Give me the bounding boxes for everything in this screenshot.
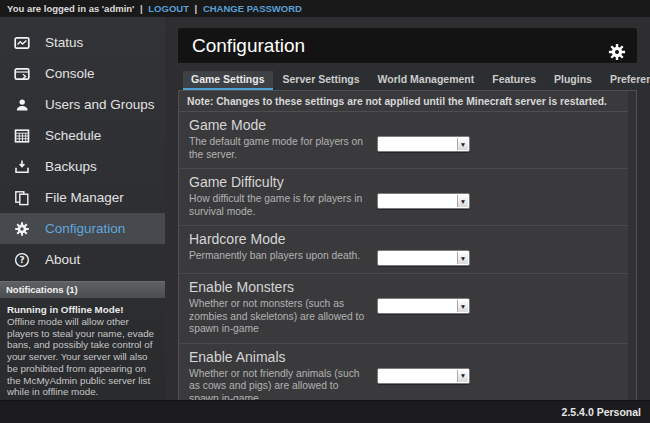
sidebar-item-label: Backups bbox=[45, 159, 97, 174]
sidebar-item-users-and-groups[interactable]: Users and Groups bbox=[0, 89, 165, 120]
settings-content: Note: Changes to these settings are not … bbox=[178, 90, 637, 400]
main-panel: Configuration Game SettingsServer Settin… bbox=[165, 17, 650, 400]
scrollbar[interactable] bbox=[628, 91, 636, 400]
chevron-down-icon: ▼ bbox=[457, 300, 468, 312]
notification-title: Running in Offline Mode! bbox=[7, 304, 158, 316]
gear-icon[interactable] bbox=[608, 37, 626, 55]
sidebar-item-schedule[interactable]: Schedule bbox=[0, 120, 165, 151]
notification-body: Running in Offline Mode! Offline mode wi… bbox=[0, 298, 165, 404]
file-manager-icon bbox=[13, 189, 30, 206]
tab-server-settings[interactable]: Server Settings bbox=[275, 71, 368, 90]
status-icon bbox=[13, 34, 30, 51]
separator: | bbox=[195, 3, 198, 14]
page-header: Configuration bbox=[178, 28, 637, 63]
setting-description: The default game mode for players on the… bbox=[189, 136, 367, 161]
setting-title: Enable Animals bbox=[189, 349, 626, 365]
sidebar-item-label: Status bbox=[45, 35, 83, 50]
sidebar-item-label: Configuration bbox=[45, 221, 125, 236]
setting-title: Enable Monsters bbox=[189, 279, 626, 295]
tab-world-management[interactable]: World Management bbox=[370, 71, 483, 90]
chevron-down-icon: ▼ bbox=[457, 195, 468, 207]
tab-features[interactable]: Features bbox=[484, 71, 544, 90]
setting-section: Game Difficulty How difficult the game i… bbox=[179, 169, 636, 226]
sidebar-item-label: Schedule bbox=[45, 128, 101, 143]
setting-dropdown[interactable]: ▼ bbox=[377, 136, 470, 152]
setting-title: Game Difficulty bbox=[189, 174, 626, 190]
tab-game-settings[interactable]: Game Settings bbox=[183, 71, 273, 90]
backups-icon bbox=[13, 158, 30, 175]
sidebar-item-console[interactable]: Console bbox=[0, 58, 165, 89]
setting-description: Permanently ban players upon death. bbox=[189, 250, 367, 263]
tab-bar: Game SettingsServer SettingsWorld Manage… bbox=[183, 71, 650, 90]
chevron-down-icon: ▼ bbox=[457, 370, 468, 382]
tab-preferences[interactable]: Preferences bbox=[602, 71, 650, 90]
separator: | bbox=[140, 3, 143, 14]
about-icon: ? bbox=[13, 251, 30, 268]
users-icon bbox=[13, 96, 30, 113]
setting-title: Game Mode bbox=[189, 117, 626, 133]
sidebar: Status Console Users and Groups Schedule… bbox=[0, 17, 165, 400]
setting-dropdown[interactable]: ▼ bbox=[377, 298, 470, 314]
setting-section: Hardcore Mode Permanently ban players up… bbox=[179, 226, 636, 274]
sidebar-item-file-manager[interactable]: File Manager bbox=[0, 182, 165, 213]
topbar: You are logged in as 'admin' | LOGOUT | … bbox=[0, 0, 650, 17]
sidebar-item-backups[interactable]: Backups bbox=[0, 151, 165, 182]
svg-text:?: ? bbox=[19, 255, 24, 265]
tab-plugins[interactable]: Plugins bbox=[546, 71, 600, 90]
logout-link[interactable]: LOGOUT bbox=[148, 3, 189, 14]
setting-description: How difficult the game is for players in… bbox=[189, 193, 367, 218]
configuration-icon bbox=[13, 220, 30, 237]
sidebar-item-configuration[interactable]: Configuration bbox=[0, 213, 165, 244]
setting-description: Whether or not friendly animals (such as… bbox=[189, 368, 367, 400]
sidebar-item-label: Users and Groups bbox=[45, 97, 155, 112]
sidebar-item-label: File Manager bbox=[45, 190, 124, 205]
sidebar-menu: Status Console Users and Groups Schedule… bbox=[0, 17, 165, 275]
notification-text: Offline mode will allow other players to… bbox=[7, 316, 158, 398]
console-icon bbox=[13, 65, 30, 82]
setting-section: Enable Animals Whether or not friendly a… bbox=[179, 344, 636, 400]
restart-note: Note: Changes to these settings are not … bbox=[179, 91, 636, 112]
change-password-link[interactable]: CHANGE PASSWORD bbox=[203, 3, 302, 14]
setting-dropdown[interactable]: ▼ bbox=[377, 368, 470, 384]
chevron-down-icon: ▼ bbox=[457, 138, 468, 150]
sidebar-item-label: About bbox=[45, 252, 80, 267]
sidebar-item-about[interactable]: ? About bbox=[0, 244, 165, 275]
setting-description: Whether or not monsters (such as zombies… bbox=[189, 298, 367, 336]
footer-bar: 2.5.4.0 Personal bbox=[0, 400, 650, 423]
setting-section: Game Mode The default game mode for play… bbox=[179, 112, 636, 169]
setting-dropdown[interactable]: ▼ bbox=[377, 193, 470, 209]
page-title: Configuration bbox=[192, 35, 305, 56]
sidebar-item-label: Console bbox=[45, 66, 95, 81]
sidebar-item-status[interactable]: Status bbox=[0, 27, 165, 58]
setting-dropdown[interactable]: ▼ bbox=[377, 250, 470, 266]
notifications-header[interactable]: Notifications (1) bbox=[0, 281, 165, 298]
setting-title: Hardcore Mode bbox=[189, 231, 626, 247]
chevron-down-icon: ▼ bbox=[457, 252, 468, 264]
version-label: 2.5.4.0 Personal bbox=[562, 406, 641, 418]
setting-section: Enable Monsters Whether or not monsters … bbox=[179, 274, 636, 344]
logged-in-text: You are logged in as 'admin' bbox=[7, 3, 134, 14]
schedule-icon bbox=[13, 127, 30, 144]
settings-sections: Game Mode The default game mode for play… bbox=[179, 112, 636, 400]
